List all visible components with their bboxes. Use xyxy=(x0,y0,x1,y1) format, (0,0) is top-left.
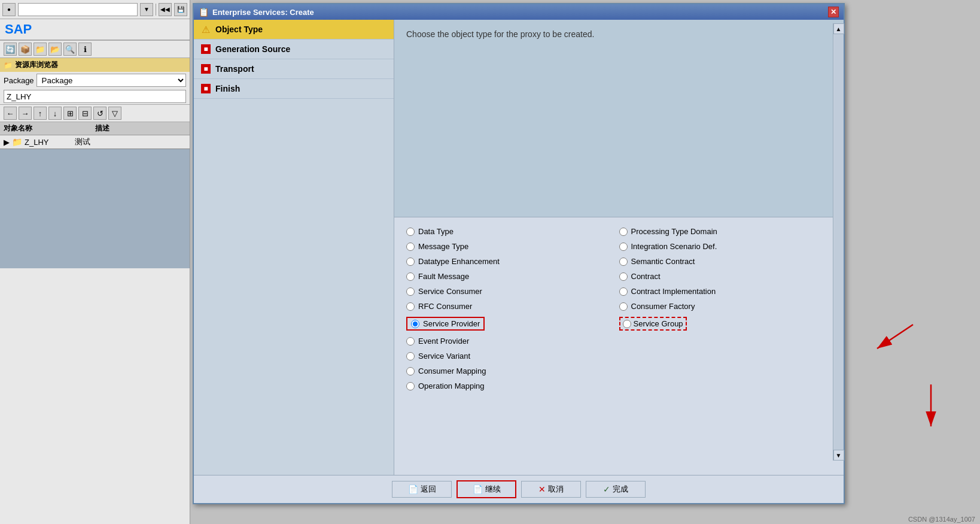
wizard-step-object-type[interactable]: ⚠ Object Type xyxy=(194,20,394,40)
radio-integration-scenario-def-label: Integration Scenario Def. xyxy=(631,242,717,251)
continue-label: 继续 xyxy=(485,484,501,495)
wizard-step-generation-source[interactable]: ■ Generation Source xyxy=(194,40,394,59)
radio-event-provider-label: Event Provider xyxy=(418,337,469,346)
step-object-type-label: Object Type xyxy=(215,25,263,34)
radio-datatype-enhancement-input[interactable] xyxy=(406,258,415,266)
radio-contract-label: Contract xyxy=(631,272,661,281)
enterprise-services-dialog: 📋 Enterprise Services: Create ✕ ⚠ Object… xyxy=(193,3,845,504)
step-finish-label: Finish xyxy=(215,84,240,93)
radio-integration-scenario-def-input[interactable] xyxy=(619,243,628,251)
radio-datatype-enhancement[interactable]: Datatype Enhancement xyxy=(406,257,619,266)
service-provider-highlight-box: Service Provider xyxy=(406,317,485,331)
step-error-icon-3: ■ xyxy=(201,84,211,93)
radio-event-provider-input[interactable] xyxy=(406,337,415,346)
wizard-steps-panel: ⚠ Object Type ■ Generation Source ■ Tran… xyxy=(194,20,394,475)
radio-service-consumer[interactable]: Service Consumer xyxy=(406,287,619,296)
radio-processing-type-domain[interactable]: Processing Type Domain xyxy=(619,227,832,236)
dialog-title-icon: 📋 xyxy=(199,7,209,17)
radio-contract-implementation[interactable]: Contract Implementation xyxy=(619,287,832,296)
radio-message-type[interactable]: Message Type xyxy=(406,242,619,251)
radio-consumer-mapping-input[interactable] xyxy=(406,367,415,375)
wizard-step-finish[interactable]: ■ Finish xyxy=(194,79,394,99)
finish-icon: ✓ xyxy=(603,484,610,494)
finish-label: 完成 xyxy=(613,484,628,495)
radio-service-variant-label: Service Variant xyxy=(418,352,470,361)
cancel-button[interactable]: ✕ 取消 xyxy=(521,481,581,498)
radio-data-type-label: Data Type xyxy=(418,227,454,236)
radio-consumer-factory-label: Consumer Factory xyxy=(631,302,695,311)
scroll-down-button[interactable]: ▼ xyxy=(833,450,844,461)
radio-processing-type-domain-input[interactable] xyxy=(619,228,628,236)
step-transport-label: Transport xyxy=(215,64,254,74)
wizard-step-transport[interactable]: ■ Transport xyxy=(194,59,394,79)
radio-service-provider-label: Service Provider xyxy=(423,319,480,328)
radio-service-group-input[interactable] xyxy=(623,320,631,328)
radio-contract[interactable]: Contract xyxy=(619,272,832,281)
back-label: 返回 xyxy=(421,484,436,495)
radio-operation-mapping-label: Operation Mapping xyxy=(418,381,485,390)
radio-rfc-consumer-input[interactable] xyxy=(406,302,415,311)
dialog-overlay: 📋 Enterprise Services: Create ✕ ⚠ Object… xyxy=(0,0,980,524)
radio-service-variant[interactable]: Service Variant xyxy=(406,352,619,361)
scroll-up-button[interactable]: ▲ xyxy=(833,23,844,34)
dialog-footer: 📄 返回 📄 继续 ✕ 取消 ✓ 完成 xyxy=(194,475,844,503)
radio-rfc-consumer-label: RFC Consumer xyxy=(418,302,472,311)
step-generation-source-label: Generation Source xyxy=(215,44,290,54)
cancel-label: 取消 xyxy=(548,484,564,495)
dialog-body: ⚠ Object Type ■ Generation Source ■ Tran… xyxy=(194,20,844,475)
radio-consumer-factory-input[interactable] xyxy=(619,302,628,311)
title-left: 📋 Enterprise Services: Create xyxy=(199,7,314,17)
description-text: Choose the object type for the proxy to … xyxy=(406,29,594,39)
radio-service-group-wrapper[interactable]: Service Group xyxy=(619,317,832,331)
options-left-column: Data Type Message Type Datatype Enhancem… xyxy=(406,227,619,465)
radio-data-type[interactable]: Data Type xyxy=(406,227,619,236)
content-description: Choose the object type for the proxy to … xyxy=(394,20,844,217)
continue-button[interactable]: 📄 继续 xyxy=(456,480,516,498)
options-area: Data Type Message Type Datatype Enhancem… xyxy=(394,217,844,475)
radio-processing-type-domain-label: Processing Type Domain xyxy=(631,227,717,236)
back-button[interactable]: 📄 返回 xyxy=(392,481,452,498)
radio-semantic-contract-input[interactable] xyxy=(619,258,628,266)
svg-line-1 xyxy=(877,325,913,349)
radio-service-consumer-label: Service Consumer xyxy=(418,287,482,296)
radio-service-group-label: Service Group xyxy=(634,319,683,328)
radio-semantic-contract[interactable]: Semantic Contract xyxy=(619,257,832,266)
radio-contract-implementation-input[interactable] xyxy=(619,287,628,296)
dialog-title-text: Enterprise Services: Create xyxy=(212,8,314,17)
radio-message-type-input[interactable] xyxy=(406,243,415,251)
step-error-icon-2: ■ xyxy=(201,64,211,74)
radio-rfc-consumer[interactable]: RFC Consumer xyxy=(406,302,619,311)
dialog-close-button[interactable]: ✕ xyxy=(828,7,839,17)
radio-contract-implementation-label: Contract Implementation xyxy=(631,287,716,296)
radio-fault-message[interactable]: Fault Message xyxy=(406,272,619,281)
radio-integration-scenario-def[interactable]: Integration Scenario Def. xyxy=(619,242,832,251)
radio-service-consumer-input[interactable] xyxy=(406,287,415,296)
dialog-titlebar: 📋 Enterprise Services: Create ✕ xyxy=(194,4,844,20)
radio-fault-message-label: Fault Message xyxy=(418,272,469,281)
radio-consumer-mapping[interactable]: Consumer Mapping xyxy=(406,367,619,375)
radio-datatype-enhancement-label: Datatype Enhancement xyxy=(418,257,500,266)
scroll-track xyxy=(834,34,844,450)
radio-event-provider[interactable]: Event Provider xyxy=(406,337,619,346)
radio-service-provider-input[interactable] xyxy=(411,320,419,328)
step-warning-icon: ⚠ xyxy=(201,25,211,34)
radio-message-type-label: Message Type xyxy=(418,242,468,251)
radio-consumer-mapping-label: Consumer Mapping xyxy=(418,367,486,375)
radio-contract-input[interactable] xyxy=(619,272,628,281)
radio-service-provider-wrapper[interactable]: Service Provider xyxy=(406,317,619,331)
radio-service-variant-input[interactable] xyxy=(406,352,415,361)
radio-consumer-factory[interactable]: Consumer Factory xyxy=(619,302,832,311)
finish-button[interactable]: ✓ 完成 xyxy=(586,481,646,498)
scrollbar[interactable]: ▲ ▼ xyxy=(833,23,844,461)
cancel-icon: ✕ xyxy=(538,484,546,494)
service-group-dashed-box: Service Group xyxy=(619,317,687,331)
radio-data-type-input[interactable] xyxy=(406,228,415,236)
radio-operation-mapping[interactable]: Operation Mapping xyxy=(406,381,619,390)
options-right-column: Processing Type Domain Integration Scena… xyxy=(619,227,832,465)
dialog-right-content: Choose the object type for the proxy to … xyxy=(394,20,844,475)
radio-operation-mapping-input[interactable] xyxy=(406,382,415,390)
radio-fault-message-input[interactable] xyxy=(406,272,415,281)
radio-semantic-contract-label: Semantic Contract xyxy=(631,257,695,266)
back-icon: 📄 xyxy=(408,484,418,494)
step-error-icon-1: ■ xyxy=(201,44,211,54)
